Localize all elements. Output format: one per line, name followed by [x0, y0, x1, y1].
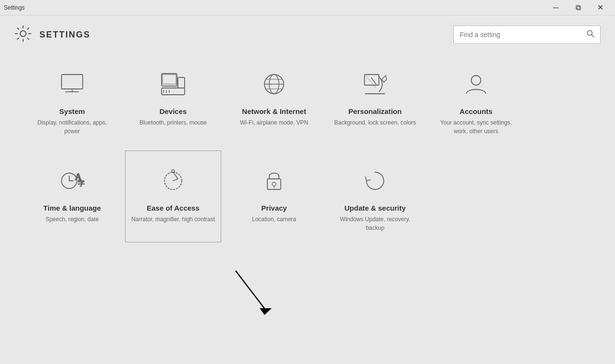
arrow-annotation: [226, 266, 284, 326]
settings-item-accounts[interactable]: Accounts Your account, sync settings, wo…: [428, 54, 524, 146]
devices-icon: [158, 69, 188, 100]
time-title: Time & language: [43, 204, 101, 212]
accounts-title: Accounts: [460, 107, 492, 115]
update-icon: [360, 165, 390, 196]
devices-title: Devices: [160, 107, 187, 115]
svg-rect-3: [62, 75, 83, 89]
svg-marker-35: [260, 308, 272, 315]
system-title: System: [59, 107, 85, 115]
network-desc: Wi-Fi, airplane mode, VPN: [240, 118, 308, 127]
time-icon: A字: [57, 165, 88, 196]
settings-item-network[interactable]: Network & Internet Wi-Fi, airplane mode,…: [226, 54, 322, 146]
search-box[interactable]: [453, 25, 601, 44]
time-desc: Speech, region, date: [46, 215, 99, 224]
update-desc: Windows Update, recovery, backup: [332, 215, 418, 232]
search-input[interactable]: [460, 31, 587, 38]
svg-rect-8: [178, 77, 185, 88]
settings-item-system[interactable]: System Display, notifications, apps, pow…: [24, 54, 120, 146]
svg-rect-9: [162, 88, 185, 95]
personalization-icon: [360, 69, 390, 100]
svg-rect-18: [364, 75, 379, 85]
ease-desc: Narrator, magnifier, high contrast: [131, 215, 215, 224]
system-icon: [57, 69, 88, 100]
privacy-title: Privacy: [261, 204, 287, 212]
svg-line-2: [592, 35, 594, 38]
update-title: Update & security: [344, 204, 406, 212]
header-left: SETTINGS: [14, 25, 90, 44]
app-header: SETTINGS: [0, 15, 615, 54]
settings-grid: System Display, notifications, apps, pow…: [0, 54, 615, 242]
title-bar: Settings ─ ⧉ ✕: [0, 0, 615, 15]
svg-text:字: 字: [78, 179, 85, 187]
settings-item-update[interactable]: Update & security Windows Update, recove…: [327, 151, 423, 242]
svg-line-34: [236, 271, 267, 312]
system-desc: Display, notifications, apps, power: [29, 118, 115, 136]
settings-item-ease[interactable]: Ease of Access Narrator, magnifier, high…: [125, 151, 221, 242]
privacy-icon: [259, 165, 289, 196]
accounts-icon: [461, 69, 491, 100]
settings-item-privacy[interactable]: Privacy Location, camera: [226, 151, 322, 242]
accounts-desc: Your account, sync settings, work, other…: [433, 118, 519, 136]
privacy-desc: Location, camera: [252, 215, 296, 224]
settings-item-devices[interactable]: Devices Bluetooth, printers, mouse: [125, 54, 221, 146]
settings-gear-icon: [14, 25, 32, 44]
restore-button[interactable]: ⧉: [567, 0, 589, 15]
network-title: Network & Internet: [242, 107, 306, 115]
devices-desc: Bluetooth, printers, mouse: [139, 118, 207, 127]
window-controls: ─ ⧉ ✕: [545, 0, 611, 15]
close-button[interactable]: ✕: [589, 0, 611, 15]
personalization-title: Personalization: [349, 107, 402, 115]
svg-line-29: [173, 179, 178, 181]
svg-point-21: [471, 75, 481, 85]
app-title: SETTINGS: [39, 30, 90, 40]
window-title: Settings: [4, 4, 25, 11]
ease-icon: [158, 165, 188, 196]
settings-item-time[interactable]: A字 Time & language Speech, region, date: [24, 151, 120, 242]
search-icon: [587, 30, 594, 39]
settings-item-personalization[interactable]: Personalization Background, lock screen,…: [327, 54, 423, 146]
network-icon: [259, 69, 289, 100]
svg-point-0: [20, 31, 26, 37]
personalization-desc: Background, lock screen, colors: [334, 118, 416, 127]
svg-point-32: [272, 182, 276, 186]
svg-rect-7: [163, 75, 176, 84]
ease-title: Ease of Access: [147, 204, 200, 212]
minimize-button[interactable]: ─: [545, 0, 567, 15]
